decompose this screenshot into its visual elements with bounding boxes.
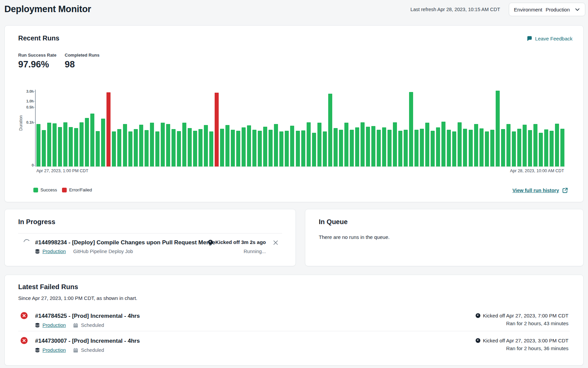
view-full-run-history-link[interactable]: View full run history: [513, 187, 568, 193]
chart-bar[interactable]: [533, 124, 537, 166]
chart-bar[interactable]: [263, 127, 267, 166]
chart-bar[interactable]: [420, 129, 424, 166]
chart-bar[interactable]: [247, 125, 251, 166]
chart-bar[interactable]: [436, 127, 440, 166]
chart-bar[interactable]: [225, 125, 229, 166]
chart-bar[interactable]: [506, 124, 510, 166]
chart-bar[interactable]: [161, 123, 165, 166]
chart-bar[interactable]: [128, 131, 132, 166]
chart-bar[interactable]: [388, 130, 392, 166]
chart-bar[interactable]: [258, 131, 262, 166]
chart-bar[interactable]: [252, 130, 256, 166]
chart-bar[interactable]: [85, 118, 89, 166]
chart-bar[interactable]: [393, 122, 397, 166]
chart-bar[interactable]: [469, 130, 473, 166]
chart-bar[interactable]: [112, 131, 116, 166]
chart-bar[interactable]: [312, 133, 316, 166]
chart-bar[interactable]: [188, 128, 192, 166]
chart-bar[interactable]: [528, 130, 532, 166]
environment-link[interactable]: Production: [42, 323, 66, 328]
chart-bar[interactable]: [366, 127, 370, 166]
chart-bar[interactable]: [296, 131, 300, 166]
chart-bar[interactable]: [150, 123, 154, 166]
chart-bar[interactable]: [90, 114, 94, 166]
chart-bar[interactable]: [323, 131, 327, 166]
chart-bar[interactable]: [523, 125, 527, 166]
chart-bar[interactable]: [58, 127, 62, 166]
chart-bar[interactable]: [425, 123, 429, 166]
chart-bar[interactable]: [106, 92, 111, 166]
chart-bar[interactable]: [123, 124, 127, 166]
chart-bar[interactable]: [231, 130, 235, 166]
chart-bar[interactable]: [317, 123, 321, 166]
chart-bar[interactable]: [452, 131, 456, 166]
chart-bar[interactable]: [371, 126, 375, 166]
chart-bar[interactable]: [69, 127, 73, 166]
chart-bar[interactable]: [47, 123, 51, 166]
chart-bar[interactable]: [269, 130, 273, 166]
chart-bar[interactable]: [215, 93, 219, 166]
close-icon[interactable]: [273, 240, 279, 246]
chart-bar[interactable]: [361, 122, 365, 166]
chart-bar[interactable]: [512, 131, 516, 166]
chart-bar[interactable]: [398, 131, 402, 166]
chart-bar[interactable]: [301, 130, 305, 166]
chart-bar[interactable]: [285, 131, 289, 166]
chart-bar[interactable]: [555, 124, 559, 166]
chart-bar[interactable]: [496, 91, 500, 166]
chart-bar[interactable]: [490, 130, 494, 166]
chart-bar[interactable]: [74, 128, 78, 166]
chart-bar[interactable]: [458, 122, 462, 166]
chart-bar[interactable]: [63, 122, 67, 166]
chart-bar[interactable]: [134, 129, 138, 166]
environment-link[interactable]: Production: [42, 249, 66, 254]
chart-bar[interactable]: [166, 124, 170, 166]
chart-bar[interactable]: [204, 125, 208, 166]
chart-bar[interactable]: [220, 129, 224, 166]
environment-link[interactable]: Production: [42, 347, 66, 353]
chart-bar[interactable]: [414, 130, 419, 166]
chart-bar[interactable]: [290, 126, 294, 166]
chart-bar[interactable]: [328, 94, 332, 166]
chart-bar[interactable]: [96, 131, 100, 166]
chart-bar[interactable]: [117, 129, 121, 166]
chart-bar[interactable]: [431, 131, 435, 166]
chart-bar[interactable]: [172, 129, 176, 166]
chart-bar[interactable]: [209, 131, 213, 166]
chart-bar[interactable]: [198, 129, 203, 166]
chart-bar[interactable]: [463, 129, 467, 166]
chart-bar[interactable]: [53, 123, 57, 166]
chart-bar[interactable]: [193, 131, 197, 166]
chart-bar[interactable]: [447, 130, 451, 166]
chart-bar[interactable]: [242, 127, 246, 166]
environment-dropdown[interactable]: Environment Production: [509, 3, 585, 16]
chart-bar[interactable]: [550, 131, 554, 166]
chart-bar[interactable]: [236, 131, 240, 166]
chart-bar[interactable]: [441, 122, 445, 166]
chart-bar[interactable]: [139, 125, 143, 166]
chart-bar[interactable]: [274, 124, 278, 166]
chart-bar[interactable]: [382, 127, 386, 166]
chart-bar[interactable]: [377, 130, 381, 166]
chart-bar[interactable]: [544, 129, 548, 166]
chart-bar[interactable]: [404, 130, 408, 166]
chart-bar[interactable]: [307, 122, 311, 166]
chart-bar[interactable]: [479, 128, 484, 166]
chart-bar[interactable]: [474, 124, 478, 166]
chart-bar[interactable]: [155, 131, 159, 166]
leave-feedback-link[interactable]: Leave Feedback: [527, 36, 572, 41]
chart-bar[interactable]: [517, 129, 521, 166]
chart-bar[interactable]: [485, 131, 489, 166]
chart-bar[interactable]: [560, 129, 564, 166]
chart-bar[interactable]: [355, 127, 359, 166]
chart-bar[interactable]: [501, 129, 505, 166]
chart-bar[interactable]: [145, 130, 149, 166]
chart-bar[interactable]: [409, 92, 413, 166]
chart-bar[interactable]: [350, 130, 354, 166]
chart-bar[interactable]: [177, 131, 181, 166]
chart-bar[interactable]: [539, 133, 543, 166]
chart-bar[interactable]: [101, 119, 105, 166]
chart-bar[interactable]: [42, 130, 46, 166]
chart-bar[interactable]: [80, 122, 84, 166]
chart-bar[interactable]: [182, 123, 186, 166]
